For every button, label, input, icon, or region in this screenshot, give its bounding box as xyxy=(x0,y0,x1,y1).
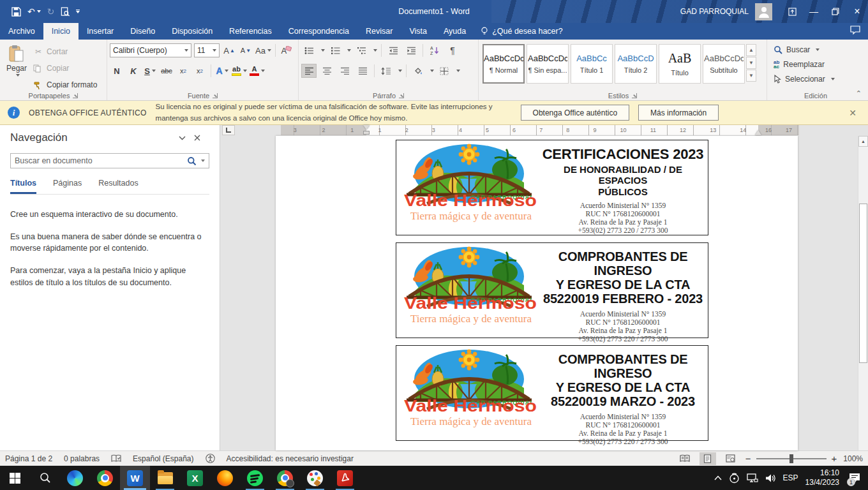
start-button[interactable] xyxy=(0,466,30,490)
find-button[interactable]: Buscar xyxy=(770,42,862,57)
right-indent-marker[interactable] xyxy=(755,130,761,135)
taskbar-search-button[interactable] xyxy=(30,466,60,490)
account-avatar[interactable] xyxy=(755,3,772,20)
line-spacing-button[interactable] xyxy=(378,64,394,78)
styles-dialog-launcher-icon[interactable] xyxy=(632,93,637,98)
format-painter-button[interactable]: Copiar formato xyxy=(33,78,97,92)
highlight-button[interactable]: ab xyxy=(232,64,247,78)
tab-referencias[interactable]: Referencias xyxy=(221,23,280,40)
language-indicator[interactable]: Español (España) xyxy=(133,454,193,463)
subscript-button[interactable]: x2 xyxy=(176,64,190,78)
redo-icon[interactable]: ↻ xyxy=(47,6,55,17)
align-center-button[interactable] xyxy=(319,64,334,78)
grow-font-button[interactable]: A▲ xyxy=(222,43,236,57)
taskbar-paint[interactable] xyxy=(300,466,330,490)
taskbar-excel[interactable]: X xyxy=(180,466,210,490)
cut-button[interactable]: ✂Cortar xyxy=(33,45,97,59)
bullets-button[interactable] xyxy=(301,43,317,57)
decrease-indent-button[interactable] xyxy=(385,43,401,57)
zoom-out-icon[interactable]: − xyxy=(745,454,751,463)
paste-caret-icon[interactable] xyxy=(16,74,20,77)
tab-revisar[interactable]: Revisar xyxy=(357,23,401,40)
warning-close-icon[interactable]: ✕ xyxy=(849,108,860,118)
accessibility-icon[interactable] xyxy=(206,454,215,463)
paragraph-dialog-launcher-icon[interactable] xyxy=(399,93,404,98)
scrollbar-thumb[interactable] xyxy=(859,204,867,363)
clear-formatting-button[interactable]: A xyxy=(280,43,294,57)
tell-me-box[interactable]: ¿Qué desea hacer? xyxy=(474,23,569,40)
justify-button[interactable] xyxy=(355,64,370,78)
font-size-select[interactable]: 11 xyxy=(194,43,220,57)
underline-button[interactable]: S xyxy=(143,64,157,78)
document-search-box[interactable] xyxy=(10,153,209,168)
volume-icon[interactable] xyxy=(765,473,776,483)
document-search-input[interactable] xyxy=(15,156,184,165)
clock[interactable]: 16:10 13/4/2023 xyxy=(805,468,839,487)
scroll-up-icon[interactable]: ▲ xyxy=(858,136,868,147)
close-button[interactable]: × xyxy=(846,0,868,23)
left-indent-marker[interactable] xyxy=(363,131,370,135)
word-count[interactable]: 0 palabras xyxy=(64,454,100,463)
borders-button[interactable] xyxy=(437,64,452,78)
print-preview-icon[interactable] xyxy=(61,7,70,17)
align-right-button[interactable] xyxy=(337,64,352,78)
nav-tab-titulos[interactable]: Títulos xyxy=(10,179,36,194)
print-layout-icon[interactable] xyxy=(700,452,716,465)
style-sin-espa[interactable]: AaBbCcDc¶ Sin espa... xyxy=(527,44,569,84)
multilevel-list-button[interactable] xyxy=(354,43,369,57)
meet-now-icon[interactable] xyxy=(729,473,740,484)
page-indicator[interactable]: Página 1 de 2 xyxy=(5,454,52,463)
change-case-button[interactable]: Aa xyxy=(255,43,271,57)
get-genuine-office-button[interactable]: Obtenga Office auténtico xyxy=(521,105,630,121)
nav-pane-close-icon[interactable] xyxy=(194,135,209,141)
styles-scroll-up-icon[interactable]: ▲ xyxy=(746,44,756,56)
numbering-button[interactable] xyxy=(327,43,343,57)
hidden-icons-chevron-icon[interactable] xyxy=(714,475,722,480)
superscript-button[interactable]: x2 xyxy=(193,64,207,78)
network-icon[interactable] xyxy=(747,473,758,483)
zoom-slider[interactable] xyxy=(756,458,827,459)
paste-button[interactable]: Pegar xyxy=(3,42,31,88)
copy-button[interactable]: Copiar xyxy=(33,61,97,75)
account-name[interactable]: GAD PARROQUIAL xyxy=(680,7,749,16)
sort-button[interactable]: AZ xyxy=(427,43,442,57)
tab-stop-selector[interactable] xyxy=(222,125,235,135)
style-titulo[interactable]: AaBTítulo xyxy=(659,44,701,84)
taskbar-chrome-profile[interactable] xyxy=(270,466,300,490)
strikethrough-button[interactable]: abc xyxy=(160,64,174,78)
taskbar-file-explorer[interactable] xyxy=(150,466,180,490)
tab-disposicion[interactable]: Disposición xyxy=(163,23,221,40)
taskbar-edge[interactable] xyxy=(60,466,90,490)
styles-more-icon[interactable]: ▼ xyxy=(746,70,756,82)
text-effects-button[interactable]: A xyxy=(215,64,229,78)
tab-inicio[interactable]: Inicio xyxy=(43,23,79,40)
italic-button[interactable]: K xyxy=(126,64,140,78)
taskbar-acrobat[interactable] xyxy=(330,466,360,490)
tab-diseno[interactable]: Diseño xyxy=(122,23,163,40)
certificate-block[interactable]: GAD PARROQUIAL Valle Hermoso Tierra mági… xyxy=(396,140,708,235)
taskbar-chrome[interactable] xyxy=(90,466,120,490)
feedback-icon[interactable] xyxy=(850,26,860,35)
font-dialog-launcher-icon[interactable] xyxy=(213,93,218,98)
shading-button[interactable] xyxy=(410,64,426,78)
zoom-in-icon[interactable]: + xyxy=(832,454,837,463)
replace-button[interactable]: abac Reemplazar xyxy=(770,57,862,71)
restore-button[interactable] xyxy=(825,0,846,23)
increase-indent-button[interactable] xyxy=(403,43,419,57)
zoom-slider-thumb[interactable] xyxy=(789,454,793,463)
certificate-block[interactable]: GAD PARROQUIAL Valle Hermoso Tierra mági… xyxy=(396,242,708,338)
search-options-caret-icon[interactable] xyxy=(201,160,205,162)
font-family-select[interactable]: Calibri (Cuerpo) xyxy=(110,43,191,57)
zoom-level[interactable]: 100% xyxy=(843,454,863,463)
collapse-ribbon-icon[interactable]: ⌃ xyxy=(856,89,862,98)
nav-tab-resultados[interactable]: Resultados xyxy=(98,179,138,194)
vertical-scrollbar[interactable]: ▲ xyxy=(858,136,868,450)
customize-qat-icon[interactable] xyxy=(76,10,80,13)
style-titulo-1[interactable]: AaBbCcTítulo 1 xyxy=(571,44,613,84)
read-mode-icon[interactable] xyxy=(677,452,693,465)
show-marks-button[interactable]: ¶ xyxy=(445,43,460,57)
horizontal-ruler[interactable]: 321 1234567891011121314 1617 xyxy=(281,125,799,135)
tab-archivo[interactable]: Archivo xyxy=(0,23,43,40)
style-subtitulo[interactable]: AaBbCcDcSubtítulo xyxy=(703,44,745,84)
styles-scroll-down-icon[interactable]: ▼ xyxy=(746,57,756,69)
